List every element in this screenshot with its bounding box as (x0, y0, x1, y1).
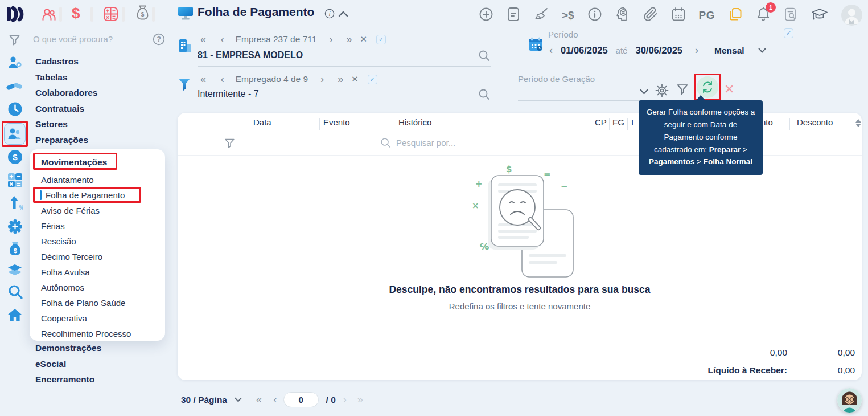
sidebar-item-demonstracoes[interactable]: Demonstrações (35, 340, 101, 356)
pg-label[interactable]: PG (699, 9, 715, 22)
submenu-item-autonomos[interactable]: Autônomos (41, 280, 165, 295)
help-icon[interactable]: ? (153, 33, 165, 48)
sidebar-item-setores[interactable]: Setores (35, 116, 97, 132)
column-header-fg[interactable]: FG (612, 117, 624, 127)
money-bag-icon[interactable]: $ (135, 5, 150, 24)
active-module-people[interactable] (4, 123, 26, 145)
sidebar-item-colaboradores[interactable]: Colaboradores (35, 85, 97, 101)
collapse-chevron-icon[interactable] (338, 9, 348, 19)
gear-plus-icon[interactable] (7, 219, 23, 236)
company-checkbox[interactable]: ✓ (376, 35, 386, 44)
submenu-title[interactable]: Movimentações (38, 155, 110, 170)
company-search-icon[interactable] (478, 50, 490, 64)
first-page-button[interactable]: « (256, 394, 262, 406)
period-mode-chevron-icon[interactable] (758, 48, 766, 53)
layers-icon[interactable] (6, 263, 23, 279)
calculator-blue-icon[interactable] (7, 173, 23, 190)
submenu-item-recolhimento-processo[interactable]: Recolhimento Processo (41, 326, 165, 341)
table-filter-icon[interactable] (224, 138, 235, 151)
search-blue-icon[interactable] (7, 284, 23, 302)
last-employee-button[interactable]: » (338, 74, 342, 84)
info-circle-icon[interactable] (587, 7, 602, 24)
percent-up-icon[interactable]: % (9, 195, 23, 213)
title-info-icon[interactable]: i (324, 9, 335, 21)
last-company-button[interactable]: » (346, 34, 351, 44)
handshake-icon[interactable] (6, 80, 24, 96)
period-mode-select[interactable]: Mensal (714, 46, 744, 56)
settings-gear-icon[interactable] (655, 84, 669, 100)
submenu-item-folha-de-pagamento[interactable]: Folha de Pagamento (41, 187, 165, 203)
employee-value[interactable]: Intermitente - 7 (198, 89, 259, 99)
cancel-x-icon[interactable]: ✕ (724, 83, 734, 96)
table-search-input[interactable] (396, 138, 533, 148)
sidebar-item-contratuais[interactable]: Contratuais (35, 101, 97, 117)
period-start-date[interactable]: 01/06/2025 (561, 45, 608, 56)
submenu-item-decimo-terceiro[interactable]: Décimo Terceiro (41, 249, 165, 264)
period-end-date[interactable]: 30/06/2025 (635, 45, 682, 56)
submenu-item-folha-avulsa[interactable]: Folha Avulsa (41, 264, 165, 280)
employee-checkbox[interactable]: ✓ (368, 75, 377, 84)
sidebar-item-esocial[interactable]: eSocial (35, 356, 101, 372)
submenu-item-cooperativa[interactable]: Cooperativa (41, 311, 165, 326)
clock-icon[interactable] (7, 101, 23, 119)
first-employee-button[interactable]: « (200, 74, 206, 84)
sort-icon[interactable] (855, 119, 861, 127)
column-header-nto[interactable]: nto (761, 117, 773, 127)
plus-circle-icon[interactable] (479, 7, 493, 24)
employee-search-icon[interactable] (478, 88, 490, 103)
column-header-cp[interactable]: CP (595, 117, 607, 127)
calculator-icon[interactable] (103, 6, 118, 24)
page-number-input[interactable] (283, 392, 319, 407)
column-header-evento[interactable]: Evento (323, 117, 350, 127)
assistant-avatar[interactable] (837, 388, 862, 413)
clear-company-button[interactable]: ✕ (360, 34, 367, 44)
document-icon[interactable] (507, 7, 520, 24)
period-checkbox[interactable]: ✓ (784, 28, 793, 38)
column-header-historico[interactable]: Histórico (398, 117, 431, 127)
page-size-chevron-icon[interactable] (235, 397, 242, 402)
prev-company-button[interactable]: ‹ (221, 34, 223, 44)
calendar-icon[interactable] (671, 7, 686, 24)
company-value[interactable]: 81 - EMPRESA MODELO (198, 50, 303, 60)
sidebar-item-tabelas[interactable]: Tabelas (35, 70, 97, 85)
sidebar-item-cadastros[interactable]: Cadastros (35, 54, 97, 70)
bell-icon[interactable]: 1 (756, 6, 771, 24)
submenu-item-rescisao[interactable]: Rescisão (41, 234, 165, 249)
column-header-desconto[interactable]: Desconto (797, 117, 833, 127)
submenu-item-folha-de-plano-saude[interactable]: Folha de Plano Saúde (41, 295, 165, 311)
next-company-button[interactable]: › (329, 34, 331, 44)
next-employee-button[interactable]: › (320, 74, 323, 84)
column-header-i[interactable]: I (631, 117, 633, 127)
broom-icon[interactable] (533, 7, 549, 24)
sidebar-search-input[interactable] (33, 34, 141, 44)
dollar-circle-icon[interactable]: $ (7, 149, 23, 167)
sidebar-item-encerramento[interactable]: Encerramento (35, 372, 101, 388)
page-size-select[interactable]: 30 / Página (181, 395, 227, 405)
next-period-button[interactable]: › (695, 44, 698, 56)
prev-page-button[interactable]: ‹ (274, 394, 276, 406)
first-company-button[interactable]: « (200, 34, 206, 44)
money-bag-blue-icon[interactable]: $ (8, 240, 22, 259)
graduation-cap-icon[interactable] (811, 7, 828, 24)
sidebar-filter-icon[interactable] (9, 34, 20, 48)
sidebar-item-preparacoes[interactable]: Preparações (35, 132, 97, 148)
head-calc-icon[interactable] (615, 6, 630, 24)
prev-employee-button[interactable]: ‹ (221, 74, 223, 84)
column-header-data[interactable]: Data (253, 117, 271, 127)
prev-period-button[interactable]: ‹ (549, 44, 553, 56)
document-search-icon[interactable] (784, 7, 798, 24)
dollar-icon[interactable]: $ (72, 5, 80, 22)
note-icon[interactable] (728, 7, 743, 24)
app-logo[interactable] (6, 5, 24, 25)
people-icon[interactable] (41, 7, 56, 25)
paperclip-icon[interactable] (643, 7, 658, 24)
home-icon[interactable] (7, 308, 23, 325)
filter-outline-icon[interactable] (676, 83, 689, 98)
submenu-item-ferias[interactable]: Férias (41, 218, 165, 234)
generation-period-chevron-icon[interactable] (640, 89, 648, 95)
last-page-button[interactable]: » (357, 394, 362, 406)
submenu-item-adiantamento[interactable]: Adiantamento (41, 172, 165, 187)
person-gear-icon[interactable] (7, 55, 23, 73)
greater-dollar-icon[interactable]: >$ (562, 9, 574, 22)
submenu-item-aviso-de-ferias[interactable]: Aviso de Férias (41, 203, 165, 218)
